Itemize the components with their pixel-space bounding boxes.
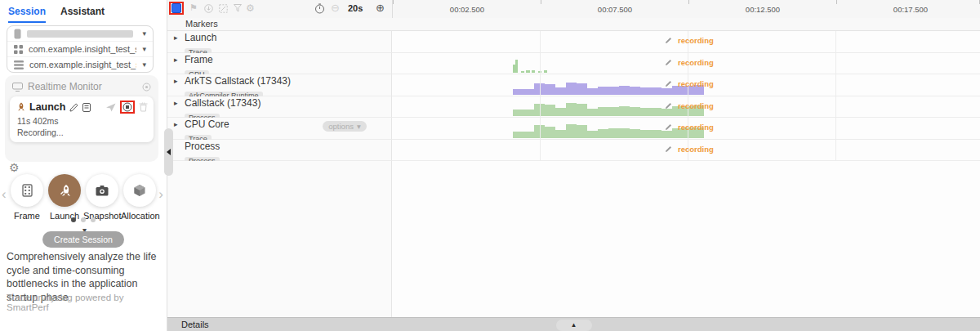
- trash-icon[interactable]: [139, 102, 148, 112]
- zoom-out-icon[interactable]: ⊖: [331, 2, 340, 13]
- ruler-tick: [393, 0, 394, 4]
- gridline: [540, 31, 541, 161]
- tab-session[interactable]: Session: [8, 6, 46, 23]
- app-selector-value: com.example.insight_test_st...: [29, 44, 136, 54]
- device-selector[interactable]: ▾: [7, 26, 153, 41]
- ruler-tick: [836, 0, 837, 4]
- app-selector[interactable]: com.example.insight_test_st... ▾: [7, 41, 153, 56]
- frame-icon: [21, 184, 33, 197]
- gridline: [688, 31, 688, 161]
- timer-icon[interactable]: [314, 3, 325, 14]
- expand-arrow-icon[interactable]: ▸: [174, 56, 180, 64]
- carousel-prev-icon[interactable]: ‹: [2, 187, 7, 201]
- track-header-launch[interactable]: ▸Launch Trace: [167, 31, 392, 53]
- chevron-down-icon: ▾: [142, 61, 146, 69]
- recording-status: recording: [678, 145, 714, 154]
- track-name: Launch: [185, 32, 216, 43]
- chart-bar: [598, 87, 608, 95]
- session-type-frame[interactable]: Frame: [8, 174, 46, 221]
- markers-row[interactable]: Markers: [167, 18, 980, 31]
- expand-arrow-icon[interactable]: ▸: [174, 120, 180, 128]
- pen-icon: [666, 81, 671, 87]
- flag-marker-icon[interactable]: ⚑: [189, 3, 198, 12]
- track-chart-callstack[interactable]: recording: [392, 96, 980, 119]
- timeline-settings-gear-icon[interactable]: ⚙: [246, 3, 255, 13]
- time-ruler[interactable]: 00:02.500 00:07.500 00:12.500 00:17.500: [392, 0, 980, 18]
- track-chart-frame[interactable]: recording: [392, 53, 980, 75]
- carousel-next-icon[interactable]: ›: [158, 187, 163, 201]
- chart-bar: [577, 104, 587, 116]
- track-header-frame[interactable]: ▸Frame GPU: [167, 53, 392, 75]
- chart-bar: [619, 106, 630, 116]
- chart-bar: [619, 86, 630, 95]
- process-selector[interactable]: com.example.insight_test_st... ▾: [7, 56, 153, 72]
- track-chart-process[interactable]: recording: [392, 140, 980, 162]
- chart-bar: [523, 110, 534, 116]
- session-type-allocation[interactable]: Allocation: [121, 174, 158, 221]
- expand-arrow-icon[interactable]: ▸: [174, 77, 180, 85]
- zoom-in-icon[interactable]: ⊕: [376, 2, 385, 13]
- recording-status: recording: [678, 79, 714, 88]
- stop-recording-button[interactable]: [172, 3, 181, 13]
- stop-session-icon[interactable]: [122, 102, 132, 112]
- expand-arrow-icon[interactable]: ▸: [174, 34, 180, 42]
- recording-status: recording: [678, 101, 714, 110]
- tab-assistant[interactable]: Assistant: [60, 6, 105, 23]
- chart-bar: [521, 71, 524, 73]
- markers-label: Markers: [185, 19, 218, 29]
- chart-bar: [640, 87, 651, 95]
- filter-icon[interactable]: [234, 4, 242, 12]
- session-config-gear-icon[interactable]: ⚙: [9, 162, 20, 173]
- chart-bar: [555, 108, 566, 116]
- sidebar-tabs: Session Assistant: [0, 0, 167, 23]
- track-header-process[interactable]: ▸Process Process: [167, 140, 392, 162]
- timeline-toolbar: ⚑ ⚙ ⊖ 20s ⊕ 00:02.500 00:07.500 00:12.50…: [167, 0, 980, 19]
- track-chart-launch[interactable]: recording: [392, 31, 980, 53]
- timeline-panel: ⚑ ⚙ ⊖ 20s ⊕ 00:02.500 00:07.500 00:12.50…: [167, 0, 980, 331]
- details-bar[interactable]: Details ▴: [167, 317, 980, 331]
- chart-bar: [577, 125, 587, 138]
- track-header-callstack[interactable]: ▸Callstack (17343) Process: [167, 96, 392, 119]
- carousel-dot-active[interactable]: [71, 217, 76, 222]
- chart-bar: [532, 70, 535, 73]
- chart-bar: [608, 107, 619, 116]
- recording-status: recording: [678, 58, 714, 67]
- camera-icon: [96, 186, 109, 196]
- session-type-snapshot[interactable]: Snapshot: [83, 174, 121, 221]
- track-row-frame: ▸Frame GPU recording: [167, 53, 980, 75]
- cpu-core-options-button[interactable]: options▾: [323, 121, 367, 132]
- timeline-empty-area: [167, 161, 980, 318]
- launch-rocket-icon: [58, 184, 72, 198]
- add-marker-icon[interactable]: [204, 4, 213, 13]
- monitor-settings-icon[interactable]: [142, 83, 151, 92]
- chart-bar: [566, 103, 577, 116]
- carousel-dot[interactable]: [91, 217, 96, 222]
- session-note-icon[interactable]: [82, 103, 91, 112]
- chart-bar: [566, 124, 577, 138]
- session-type-launch[interactable]: Launch: [46, 174, 83, 221]
- track-chart-cpu-core[interactable]: recording: [392, 118, 980, 140]
- chart-bar: [651, 130, 662, 138]
- panel-collapse-handle[interactable]: [164, 128, 173, 176]
- launch-send-icon[interactable]: [106, 103, 116, 112]
- carousel-dot[interactable]: [81, 217, 86, 222]
- caret-down-icon: ▾: [357, 122, 361, 131]
- profiler-window: Session Assistant ▾ com.example.insight_…: [0, 0, 980, 331]
- expand-arrow-icon[interactable]: ▸: [174, 99, 180, 107]
- track-chart-arkts-callstack[interactable]: recording: [392, 74, 980, 96]
- chevron-down-icon: ▾: [142, 46, 146, 53]
- create-session-button[interactable]: Create Session: [42, 231, 124, 248]
- edit-pencil-icon[interactable]: [69, 103, 78, 112]
- capture-region-icon[interactable]: [219, 4, 228, 13]
- carousel-dots[interactable]: [0, 217, 167, 222]
- session-card[interactable]: Launch 11s 402ms Recording...: [10, 96, 154, 142]
- chart-bar: [544, 70, 547, 73]
- chart-bar: [630, 87, 640, 95]
- track-header-arkts-callstack[interactable]: ▸ArkTS Callstack (17343) ArkCompiler Run…: [167, 74, 392, 96]
- details-expand-handle[interactable]: ▴: [556, 320, 592, 331]
- chart-bar: [608, 128, 619, 138]
- realtime-monitor-title: Realtime Monitor: [28, 81, 137, 92]
- chart-bar: [523, 132, 534, 138]
- chart-bar: [630, 129, 640, 138]
- track-header-cpu-core[interactable]: ▸CPU Core Trace options▾: [167, 118, 392, 140]
